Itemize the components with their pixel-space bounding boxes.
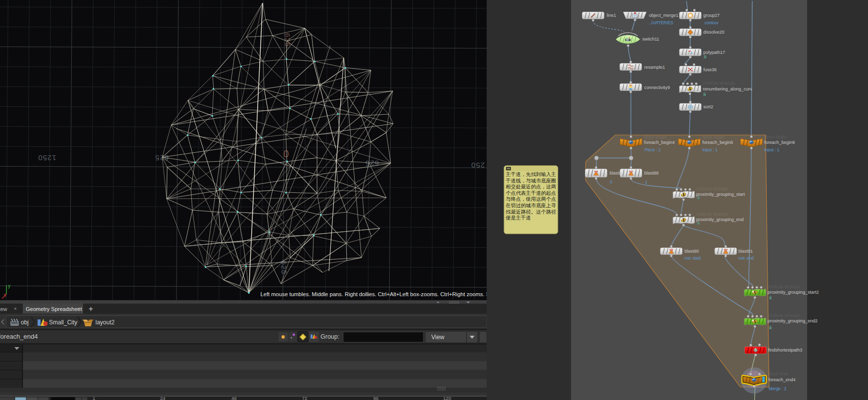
svg-text:iew: iew [0,306,7,312]
svg-text:connectivity9: connectivity9 [644,85,670,90]
svg-text:0: 0 [283,148,289,159]
svg-text:Piece : 1: Piece : 1 [644,147,661,152]
svg-text:object_merge1: object_merge1 [649,13,679,18]
svg-text:x: x [3,292,6,298]
svg-text:fuse36: fuse36 [703,67,717,72]
svg-text:Input : 1: Input : 1 [702,147,718,152]
svg-text:个点代表主干道的起点: 个点代表主干道的起点 [506,190,556,196]
svg-text:干道线，与城市底座圈: 干道线，与城市底座圈 [505,178,556,183]
svg-text:not: end: not: end [738,256,754,261]
svg-text:obj: obj [21,319,29,326]
svg-text:sort2: sort2 [703,104,713,109]
svg-text:Group:: Group: [320,333,339,340]
svg-text:View: View [431,334,445,341]
svg-text:resample1: resample1 [644,65,665,70]
svg-text:proximity_grouping_end2: proximity_grouping_end2 [768,318,818,323]
svg-text:主干道，先找到输入主: 主干道，先找到输入主 [505,172,556,177]
svg-text:switch11: switch11 [642,37,659,42]
svg-text:foreach_begin6: foreach_begin6 [702,140,733,145]
svg-text:proximity_grouping_end: proximity_grouping_end [696,217,744,222]
svg-text:+: + [89,305,93,313]
svg-text:Small_City: Small_City [49,319,77,326]
svg-text:proximity_grouping_start: proximity_grouping_start [696,192,745,197]
svg-text:Geometry Spreadsheet: Geometry Spreadsheet [26,306,82,312]
svg-text:Attribute Wrangle: Attribute Wrangle [696,186,729,191]
svg-text:×: × [14,306,17,311]
svg-text:findshortestpath3: findshortestpath3 [768,348,802,353]
svg-text:72: 72 [302,396,308,400]
svg-text:contour: contour [705,20,719,25]
svg-text:96: 96 [373,396,379,400]
svg-text:Block Begin: Block Begin [764,134,786,139]
svg-text:120: 120 [443,396,451,400]
svg-text:Block Begin: Block Begin [702,134,725,139]
svg-text:相交处最近的点，这两: 相交处最近的点，这两 [505,184,556,189]
svg-text:Attribute Wrangle: Attribute Wrangle [696,212,729,217]
svg-text:y: y [8,283,10,289]
svg-text:与终点，使用这两个点: 与终点，使用这两个点 [506,196,556,202]
svg-text:250: 250 [471,161,485,170]
svg-text:Attribute Wrangle: Attribute Wrangle [768,284,800,289]
svg-text:×: × [77,306,80,311]
svg-text:在切过的城市底座上寻: 在切过的城市底座上寻 [505,203,556,208]
svg-text:foreach_end4: foreach_end4 [0,333,38,340]
svg-text:line1: line1 [607,13,616,18]
svg-text:foreach_end4: foreach_end4 [769,377,796,382]
svg-text:Attribute Wrangle: Attribute Wrangle [703,81,735,86]
svg-text:Block Begin: Block Begin [644,134,666,139]
svg-text:polypath17: polypath17 [703,50,725,55]
svg-text:foreach_begin9: foreach_begin9 [764,140,795,145]
svg-text:foreach_begin4: foreach_begin4 [644,140,675,145]
svg-text:Attribute Wrangle: Attribute Wrangle [768,313,800,318]
svg-text:0: 0 [610,179,612,184]
svg-text:48: 48 [231,396,237,400]
svg-text:便是主干道: 便是主干道 [505,215,531,221]
svg-text:blast91: blast91 [738,249,753,254]
svg-text:proximity_grouping_start2: proximity_grouping_start2 [768,290,819,295]
svg-text:1250: 1250 [38,154,56,162]
svg-text:blast90: blast90 [685,249,699,254]
svg-text:Input : 1: Input : 1 [764,147,779,152]
svg-text:找最近路径。这个路径: 找最近路径。这个路径 [506,209,556,215]
svg-text:renumbering_along_curv: renumbering_along_curv [703,87,752,91]
svg-text:Merge : 2: Merge : 2 [769,386,786,391]
svg-text:not: start: not: start [685,256,701,261]
svg-text:group27: group27 [703,13,720,18]
svg-text:layout2: layout2 [95,319,115,326]
svg-text:1: 1 [645,179,647,184]
svg-text:24: 24 [160,396,166,400]
svg-text:../ARTERIES: ../ARTERIES [649,20,674,25]
svg-text:Left mouse tumbles. Middle pan: Left mouse tumbles. Middle pans. Right d… [261,291,487,297]
svg-text:blast88: blast88 [644,171,659,176]
svg-text:dissolve20: dissolve20 [703,30,725,35]
svg-text:1: 1 [92,396,95,400]
svg-text:Block End: Block End [769,371,788,376]
